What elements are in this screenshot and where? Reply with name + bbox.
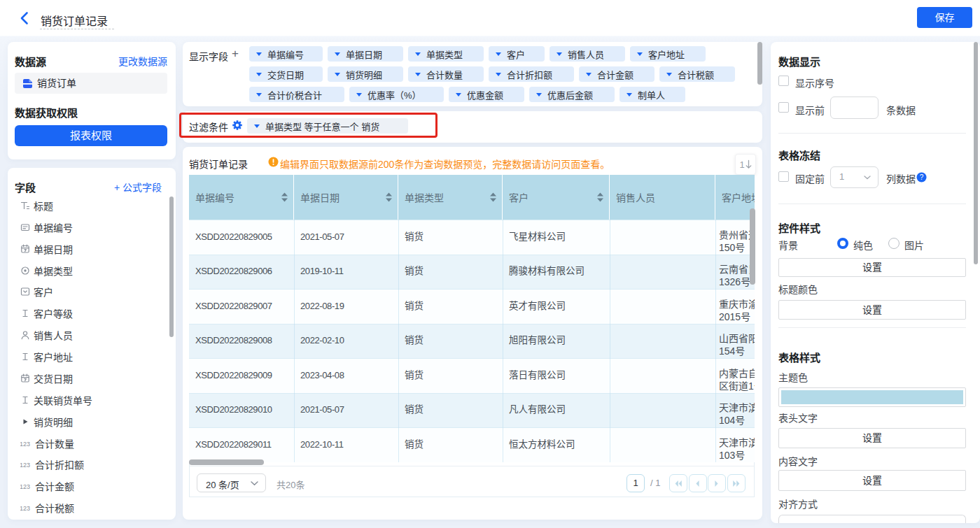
svg-text:123: 123 [20,505,30,512]
svg-text:123: 123 [20,462,30,469]
svg-text:123: 123 [20,441,30,448]
svg-text:?: ? [920,173,924,181]
svg-text:123: 123 [20,483,30,490]
